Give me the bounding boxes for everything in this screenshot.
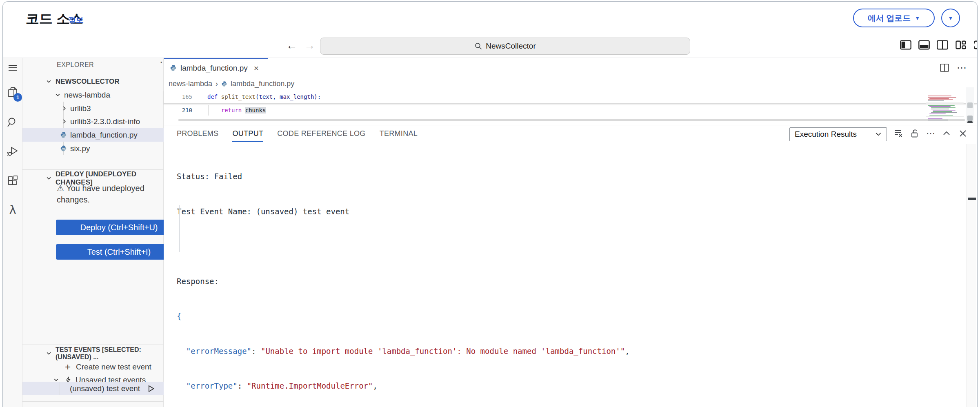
toggle-panel-icon[interactable] xyxy=(918,40,930,50)
toggle-sidebar-icon[interactable] xyxy=(900,40,912,50)
chevron-down-icon xyxy=(46,79,51,84)
code-editor[interactable]: 165 def split_text(text, max_length): 21… xyxy=(164,90,977,118)
tree-item-six[interactable]: six.py xyxy=(22,142,164,155)
menu-hamburger-icon[interactable] xyxy=(3,58,22,78)
scrollbar-mark xyxy=(967,121,973,123)
tree-folder-news-lambda[interactable]: news-lambda xyxy=(22,88,164,102)
layout-controls xyxy=(900,40,978,50)
undeployed-warning: ⚠ You have undeployed changes. xyxy=(57,182,159,205)
output-channel-select[interactable]: Execution Results xyxy=(789,127,887,141)
maximize-panel-icon[interactable] xyxy=(942,129,951,138)
python-file-icon xyxy=(60,131,67,138)
ide-frame: 1 xyxy=(3,58,977,407)
tab-output[interactable]: OUTPUT xyxy=(232,129,263,142)
clear-output-icon[interactable] xyxy=(893,129,903,138)
tree-item-urllib3[interactable]: urllib3 xyxy=(22,102,164,115)
output-channel-value: Execution Results xyxy=(795,130,857,139)
selected-test-event-row[interactable]: (unsaved) test event xyxy=(22,382,164,395)
line-number: 165 xyxy=(164,90,192,103)
deploy-button[interactable]: Deploy (Ctrl+Shift+U) xyxy=(56,220,182,235)
section-divider xyxy=(22,401,164,402)
indent-guide xyxy=(208,105,209,116)
more-actions-icon[interactable]: ⋯ xyxy=(957,62,967,73)
tree-item-urllib3-dist-info[interactable]: urllib3-2.3.0.dist-info xyxy=(22,115,164,128)
tab-terminal[interactable]: TERMINAL xyxy=(380,129,418,142)
close-panel-icon[interactable] xyxy=(958,129,968,138)
activity-bar: 1 xyxy=(3,58,22,407)
explorer-icon[interactable]: 1 xyxy=(3,82,22,102)
minimap[interactable] xyxy=(924,87,966,122)
code-line-165[interactable]: 165 def split_text(text, max_length): xyxy=(164,90,977,104)
breadcrumb-separator: › xyxy=(216,80,218,88)
output-line: "errorMessage": "Unable to import module… xyxy=(177,345,965,357)
fullscreen-icon[interactable] xyxy=(973,40,978,50)
tree-item-label: lambda_function.py xyxy=(70,131,138,140)
test-events-section-header[interactable]: TEST EVENTS [SELECTED: (UNSAVED) ... xyxy=(22,347,164,360)
back-arrow-icon[interactable]: ← xyxy=(286,39,297,52)
output-line: Response: xyxy=(177,276,965,287)
tree-item-label: urllib3-2.3.0.dist-info xyxy=(70,117,140,126)
python-file-icon xyxy=(60,145,67,152)
scrollbar-thumb[interactable] xyxy=(967,116,973,121)
create-test-event-label: Create new test event xyxy=(76,363,151,371)
test-button[interactable]: Test (Ctrl+Shift+I) xyxy=(56,244,182,260)
chevron-down-icon xyxy=(46,351,51,356)
tree-item-lambda-function[interactable]: lambda_function.py xyxy=(22,128,164,142)
create-test-event[interactable]: + Create new test event xyxy=(22,360,164,374)
execution-results-output[interactable]: Status: Failed Test Event Name: (unsaved… xyxy=(177,147,965,407)
editor-tab-bar: lambda_function.py × ⋯ xyxy=(164,58,977,77)
output-line xyxy=(177,240,965,252)
editor-vertical-scrollbar[interactable] xyxy=(966,87,974,123)
output-line: { xyxy=(177,310,965,322)
panel-controls: ⋯ xyxy=(893,129,968,138)
search-icon xyxy=(474,42,482,50)
scrollbar-thumb[interactable] xyxy=(968,198,976,200)
output-line: Status: Failed xyxy=(177,171,965,182)
editor-horizontal-scrollbar[interactable] xyxy=(178,119,965,121)
tab-lambda-function[interactable]: lambda_function.py × xyxy=(164,58,268,77)
chevron-right-icon xyxy=(62,106,67,111)
panel-vertical-scrollbar[interactable] xyxy=(967,144,976,407)
code-line-210[interactable]: 210 return chunks xyxy=(164,104,977,117)
tree-root-newscollector[interactable]: NEWSCOLLECTOR xyxy=(22,75,164,88)
code-source-card: 코드 소스 정보 에서 업로드 ▼ ▼ ← → NewsCollector xyxy=(2,1,978,407)
explorer-sidebar: EXPLORER ⋯ NEWSCOLLECTOR news-lambda url… xyxy=(22,58,164,407)
breadcrumb-file[interactable]: lambda_function.py xyxy=(231,80,294,88)
close-tab-icon[interactable]: × xyxy=(254,63,259,73)
plus-icon: + xyxy=(65,361,71,373)
tree-item-label: urllib3 xyxy=(70,104,91,113)
extensions-icon[interactable] xyxy=(3,171,22,190)
editor-nav-bar: ← → NewsCollector xyxy=(3,35,977,58)
search-input[interactable]: NewsCollector xyxy=(320,38,690,55)
customize-layout-icon[interactable] xyxy=(955,40,967,50)
chevron-down-icon xyxy=(875,132,882,137)
caret-down-icon: ▼ xyxy=(948,15,953,21)
split-editor-icon[interactable] xyxy=(936,40,949,50)
upload-from-button[interactable]: 에서 업로드 ▼ xyxy=(853,9,935,27)
test-events-header-label: TEST EVENTS [SELECTED: (UNSAVED) ... xyxy=(56,346,164,361)
upload-from-label: 에서 업로드 xyxy=(868,13,911,24)
more-actions-icon[interactable]: ⋯ xyxy=(926,129,935,138)
run-test-event-icon[interactable] xyxy=(147,385,155,392)
json-indent-guide xyxy=(179,205,180,252)
tab-code-reference-log[interactable]: CODE REFERENCE LOG xyxy=(277,129,365,142)
search-sidebar-icon[interactable] xyxy=(3,113,22,132)
actions-menu-button[interactable]: ▼ xyxy=(941,9,960,27)
split-editor-icon[interactable] xyxy=(940,63,949,72)
breadcrumb-folder[interactable]: news-lambda xyxy=(169,80,212,88)
tree-root-label: NEWSCOLLECTOR xyxy=(56,78,119,86)
aws-lambda-icon[interactable]: λ xyxy=(3,200,22,220)
explorer-title: EXPLORER xyxy=(57,60,94,70)
caret-down-icon: ▼ xyxy=(915,15,920,21)
scrollbar-thumb[interactable] xyxy=(967,102,973,108)
tab-problems[interactable]: PROBLEMS xyxy=(177,129,218,142)
unlock-icon[interactable] xyxy=(910,129,920,138)
output-line: Test Event Name: (unsaved) test event xyxy=(177,206,965,218)
info-link[interactable]: 정보 xyxy=(68,15,84,25)
run-debug-icon[interactable] xyxy=(3,141,22,161)
forward-arrow-icon[interactable]: → xyxy=(304,39,315,52)
breadcrumb[interactable]: news-lambda › lambda_function.py xyxy=(169,77,294,90)
chevron-down-icon xyxy=(46,176,51,181)
python-file-icon xyxy=(221,81,227,87)
output-panel: PROBLEMS OUTPUT CODE REFERENCE LOG TERMI… xyxy=(164,125,977,407)
